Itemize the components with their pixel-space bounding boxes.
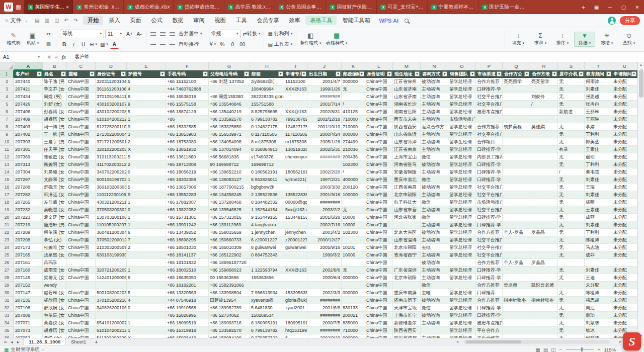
filter-button[interactable]: ▼: [552, 71, 557, 76]
cell-S21[interactable]: 无: [558, 221, 585, 229]
cell-B13[interactable]: 衡婉明 (女: [43, 161, 67, 168]
convert-button[interactable]: ⇄转换▾: [242, 30, 262, 38]
cell-N19[interactable]: 主动咨询: [421, 206, 448, 214]
cell-D28[interactable]: 14240120000604142: [96, 274, 127, 282]
cell-F13[interactable]: +86 19713008: [166, 161, 209, 168]
format-painter-button[interactable]: ✎ 格式刷: [5, 32, 23, 46]
cell-F18[interactable]: +86 17882007: [166, 199, 209, 206]
cell-S13[interactable]: 无: [558, 161, 585, 168]
cell-U32[interactable]: 未分配: [612, 304, 637, 312]
cell-E36[interactable]: X: [127, 334, 166, 338]
cell-D6[interactable]: 43010220020831552: [96, 108, 127, 116]
cell-E19[interactable]: 0: [127, 206, 166, 214]
cell-S29[interactable]: [558, 282, 585, 289]
cell-U18[interactable]: 未分配: [612, 199, 637, 206]
cell-A9[interactable]: 207402: [14, 131, 43, 138]
cell-C22[interactable]: China中国: [67, 229, 96, 236]
cell-D16[interactable]: 36010320030330072: [96, 184, 127, 191]
cell-U23[interactable]: 未分配: [612, 236, 637, 244]
row-header-36[interactable]: 36: [0, 334, 14, 338]
cell-A19[interactable]: 207232: [14, 206, 43, 214]
cell-R3[interactable]: [530, 85, 558, 93]
cell-I19[interactable]: 5xx@163.c: [284, 206, 307, 214]
ribbon-tool-求和[interactable]: Σ求和▾: [530, 32, 551, 47]
cell-T19[interactable]: 王素佳: [585, 206, 612, 214]
cell-O2[interactable]: 留学总经理: [448, 78, 476, 85]
cell-L3[interactable]: China中国: [365, 85, 393, 93]
cell-N21[interactable]: 主动咨询: [421, 221, 448, 229]
cell-G25[interactable]: +86 185122902: [209, 251, 250, 259]
cell-O10[interactable]: 留学生经理: [448, 138, 476, 146]
cell-H28[interactable]: 155363896: [250, 274, 284, 282]
cell-R34[interactable]: [530, 319, 558, 327]
cell-P29[interactable]: 合作方推荐: [476, 282, 503, 289]
row-header-33[interactable]: 33: [0, 312, 14, 319]
cell-N8[interactable]: 返点合作方: [421, 123, 448, 131]
cell-T8[interactable]: 李嫦: [585, 123, 612, 131]
cell-B9[interactable]: 王一帆 (男: [43, 131, 67, 138]
save-icon[interactable]: ▤: [33, 18, 41, 23]
cell-N30[interactable]: 去电: [421, 289, 448, 297]
cell-Q20[interactable]: [503, 214, 530, 221]
cell-K11[interactable]: 210036: [342, 146, 365, 153]
hscroll-left-icon[interactable]: ◂: [455, 339, 460, 344]
cell-E29[interactable]: [127, 282, 166, 289]
header-cell-R1[interactable]: 合作方老▼: [530, 70, 558, 78]
prev-sheet-icon[interactable]: ◂: [9, 339, 15, 344]
cell-P31[interactable]: 合作方推荐: [476, 297, 503, 304]
cell-L6[interactable]: China中国: [365, 108, 393, 116]
cell-Q9[interactable]: [503, 131, 530, 138]
cell-R29[interactable]: 凯悦曾老师: [530, 282, 558, 289]
undo-icon[interactable]: ↶: [62, 18, 70, 23]
cell-S35[interactable]: 无: [558, 327, 585, 334]
cell-S33[interactable]: 无: [558, 312, 585, 319]
cell-T27[interactable]: 刘素佳: [585, 267, 612, 274]
cell-C3[interactable]: China中国: [67, 85, 96, 93]
cell-G7[interactable]: +86 133592570: [209, 116, 250, 123]
cell-E14[interactable]: 0: [127, 168, 166, 176]
cell-B15[interactable]: 文静和 (女: [43, 176, 67, 184]
cell-U20[interactable]: 未分配: [612, 214, 637, 221]
cell-T30[interactable]: 陈祖涛: [585, 289, 612, 297]
cell-N34[interactable]: 主动咨询: [421, 319, 448, 327]
cell-H26[interactable]: [250, 259, 284, 267]
cell-P9[interactable]: 社交平台推广: [476, 131, 503, 138]
cell-S4[interactable]: 无: [558, 93, 585, 101]
filter-button[interactable]: ▼: [203, 71, 208, 76]
cell-O24[interactable]: 留学总经理: [448, 244, 476, 251]
cell-Q3[interactable]: [503, 85, 530, 93]
cell-U11[interactable]: 未分配: [612, 146, 637, 153]
cell-M14[interactable]: 安徽省铜陵: [393, 168, 421, 176]
cell-K20[interactable]: 10000: [342, 214, 365, 221]
confirm-entry-icon[interactable]: ✓: [54, 54, 58, 60]
header-cell-S1[interactable]: 原中介机▼: [558, 70, 585, 78]
cell-E8[interactable]: 9: [127, 123, 166, 131]
cell-N16[interactable]: 被动咨询: [421, 184, 448, 191]
cell-G11[interactable]: +86 137014094: [209, 146, 250, 153]
cell-S20[interactable]: 无: [558, 214, 585, 221]
menu-tab[interactable]: 工具: [231, 16, 251, 25]
align-top-icon[interactable]: [150, 32, 156, 36]
cell-P36[interactable]: 平台合作方: [476, 334, 503, 338]
cell-E11[interactable]: X: [127, 146, 166, 153]
cell-A4[interactable]: 207434: [14, 93, 43, 101]
cell-K18[interactable]: [342, 199, 365, 206]
cell-P35[interactable]: 平台合作方: [476, 327, 503, 334]
row-header-6[interactable]: 6: [0, 108, 14, 116]
cell-R27[interactable]: [530, 267, 558, 274]
cell-D3[interactable]: 36116120010614004: [96, 85, 127, 93]
cell-K24[interactable]: 10101: [342, 244, 365, 251]
borders-button[interactable]: ⊞▾: [89, 40, 98, 49]
cell-E26[interactable]: [127, 259, 166, 267]
cell-I30[interactable]: 153205635: [284, 289, 307, 297]
cell-M4[interactable]: 山东省济南: [393, 93, 421, 101]
cell-B21[interactable]: 唐浩轩 (男: [43, 221, 67, 229]
currency-button[interactable]: ¥▾: [209, 40, 217, 49]
cell-G3[interactable]: [209, 85, 250, 93]
cell-T17[interactable]: 刘素佳: [585, 191, 612, 199]
cell-C33[interactable]: China中国: [67, 312, 96, 319]
cell-G13[interactable]: 90 169698712: [209, 161, 250, 168]
column-header-Q[interactable]: Q: [503, 62, 530, 70]
shrink-font-button[interactable]: A-: [135, 30, 143, 38]
cell-R19[interactable]: [530, 206, 558, 214]
